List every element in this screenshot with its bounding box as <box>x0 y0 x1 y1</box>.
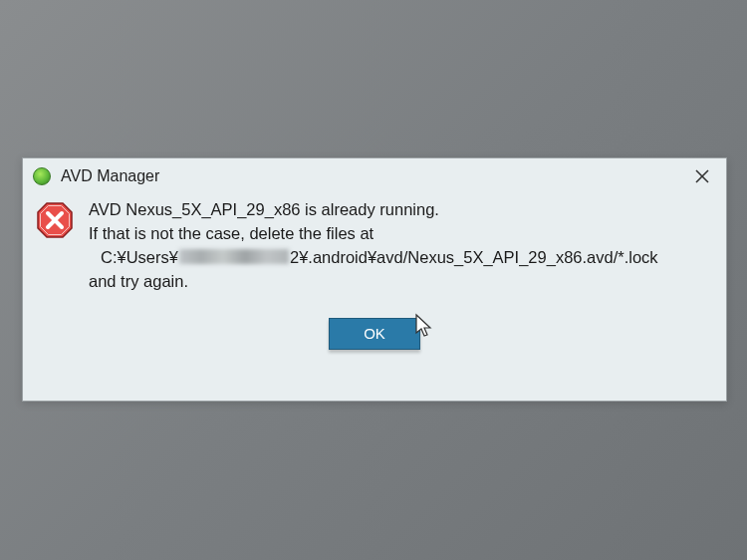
error-message: AVD Nexus_5X_API_29_x86 is already runni… <box>87 198 706 294</box>
avd-manager-dialog: AVD Manager AVD Nexus_5X_API_29_x86 is a… <box>22 157 727 402</box>
message-line-3: and try again. <box>89 270 706 294</box>
error-icon-wrap <box>35 198 87 294</box>
ok-button[interactable]: OK <box>329 318 420 350</box>
error-icon <box>35 200 75 240</box>
message-path: C:¥Users¥2¥.android¥avd/Nexus_5X_API_29_… <box>89 246 706 270</box>
close-button[interactable] <box>688 164 716 188</box>
button-row: OK <box>23 318 726 350</box>
dialog-title: AVD Manager <box>61 167 159 185</box>
redacted-username <box>179 249 289 264</box>
dialog-content: AVD Nexus_5X_API_29_x86 is already runni… <box>23 194 726 294</box>
path-suffix: 2¥.android¥avd/Nexus_5X_API_29_x86.avd/*… <box>290 248 658 266</box>
close-icon <box>695 169 709 183</box>
message-line-2: If that is not the case, delete the file… <box>89 222 706 246</box>
message-line-1: AVD Nexus_5X_API_29_x86 is already runni… <box>89 198 706 222</box>
path-prefix: C:¥Users¥ <box>101 248 178 266</box>
titlebar: AVD Manager <box>23 158 726 194</box>
avd-app-icon <box>33 167 51 185</box>
